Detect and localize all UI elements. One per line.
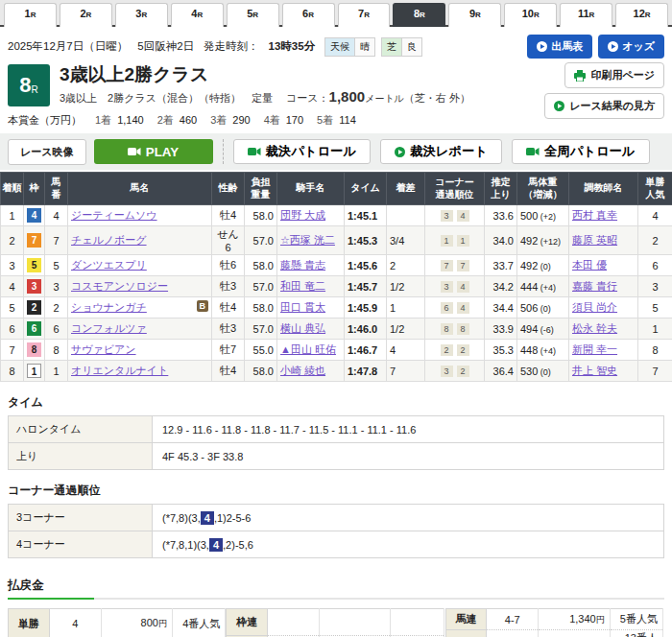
entry-table-button[interactable]: 出馬表 [527,35,592,59]
jockey-cell: 田口 貫太 [277,297,345,318]
race-tab-5r[interactable]: 5R [227,3,279,27]
race-tab-3r[interactable]: 3R [115,3,168,27]
race-tab-8r[interactable]: 8R [393,3,445,27]
horse-number: 1 [45,361,68,382]
odds-button[interactable]: オッズ [598,35,664,59]
race-tab-7r[interactable]: 7R [338,3,391,27]
win-popularity: 2 [638,226,672,255]
jockey-link[interactable]: 横山 典弘 [280,322,325,334]
corner3-value: (*7,8)(3,4,1)2-5-6 [153,505,664,531]
trainer-link[interactable]: 松永 幹夫 [572,322,617,334]
horse-link[interactable]: サヴァビアン [71,343,136,355]
race-tab-4r[interactable]: 4R [171,3,224,27]
carried-weight: 58.0 [245,297,277,318]
corner-positions: 22 [425,340,485,361]
video-camera-icon [248,147,261,156]
jockey-cell: 和田 竜二 [277,276,345,297]
body-weight: 494 (-6) [517,318,569,340]
course-label: コース： [286,92,329,104]
trainer-link[interactable]: 藤原 英昭 [572,234,617,246]
result-row: 811オリエンタルナイト牡458.0小崎 綾也1:47.873236.4530 … [1,361,672,382]
jockey-link[interactable]: 藤懸 貴志 [280,259,325,271]
stewards-patrol-button[interactable]: 裁決パトロール [233,139,372,164]
prize-place: 3着 [210,114,227,126]
trainer-link[interactable]: 新開 幸一 [572,343,617,355]
trainer-link[interactable]: 西村 真幸 [572,209,617,221]
results-header-cell: 馬 番 [45,173,68,205]
jockey-link[interactable]: 小崎 綾也 [280,365,325,376]
body-weight: 444 (+4) [517,276,569,297]
trainer-link[interactable]: 嘉藤 貴行 [572,280,617,292]
play-circle-icon [537,41,547,52]
results-header-cell: 騎手名 [277,173,345,205]
stewards-report-button[interactable]: 裁決レポート [380,139,502,164]
horse-link[interactable]: ダンツエスプリ [71,259,147,271]
horse-link[interactable]: コスモアンソロジー [71,280,168,292]
corner-positions: 64 [425,297,485,318]
corner-position-box: 1 [441,235,453,247]
horse-link[interactable]: ジーティームソウ [71,209,157,221]
race-number: 8 [19,73,31,98]
video-camera-icon [526,147,540,156]
jockey-link[interactable]: ☆西塚 洸二 [280,234,335,246]
jockey-link[interactable]: 田口 貫太 [280,301,325,313]
print-page-button[interactable]: 印刷用ページ [564,62,664,88]
race-tab-2r[interactable]: 2R [60,3,112,27]
race-tab-1r[interactable]: 1R [4,3,57,27]
corner-position-box: 8 [441,323,453,335]
payout-title: 払戻金 [8,578,664,594]
entry-table-label: 出馬表 [551,39,583,54]
last-3f: 34.4 [485,297,517,318]
horse-name-cell: コスモアンソロジー [68,276,212,297]
howto-read-button[interactable]: レース結果の見方 [544,93,664,119]
corner-position-box: 4 [457,302,469,314]
result-row: 788サヴァビアン牡755.0▲田山 旺佑1:46.742235.3448 (+… [1,340,672,361]
prize-amount: 114 [339,114,356,126]
results-header-cell: 馬体重 （増減） [517,173,569,205]
race-tab-suffix: R [31,11,36,19]
race-tab-11r[interactable]: 11R [560,3,612,27]
win-popularity: 8 [638,340,672,361]
printer-icon [574,70,586,82]
play-button[interactable]: PLAY [94,139,213,164]
horse-number: 6 [45,318,68,340]
winner-highlight: 4 [209,538,223,552]
payout-row: 単勝4800円4番人気 [9,609,226,637]
result-row: 277チェルノボーグせん657.0☆西塚 洸二1:45.33/41134.049… [1,226,672,255]
horse-link[interactable]: オリエンタルナイト [71,365,168,376]
race-tab-9r[interactable]: 9R [448,3,501,27]
body-weight-diff: (-6) [538,325,554,335]
horse-name-cell: コンフォルツァ [68,318,212,340]
trainer-link[interactable]: 本田 優 [572,259,607,271]
results-header-cell: 性齢 [212,173,245,205]
jockey-link[interactable]: 団野 大成 [280,209,325,221]
results-header-cell: 枠 [24,173,45,205]
all-round-patrol-button[interactable]: 全周パトロール [512,139,650,164]
yen-suffix: 円 [596,615,605,625]
trainer-link[interactable]: 井上 智史 [572,365,617,376]
jockey-link[interactable]: 和田 竜二 [280,280,325,292]
sex-age: 牡3 [212,276,245,297]
race-tab-number: 12 [634,8,645,19]
corner-position-box: 7 [457,260,469,271]
trainer-cell: 嘉藤 貴行 [569,276,638,297]
finish-position: 4 [1,276,24,297]
divider [223,139,224,164]
horse-link[interactable]: チェルノボーグ [71,234,147,246]
race-tab-6r[interactable]: 6R [282,3,335,27]
jockey-link[interactable]: ▲田山 旺佑 [280,343,336,355]
horse-link[interactable]: コンフォルツァ [71,322,147,334]
last-3f: 36.4 [485,361,517,382]
race-tab-12r[interactable]: 12R [615,3,668,27]
trainer-link[interactable]: 須貝 尚介 [572,301,617,313]
finish-time: 1:45.9 [345,297,387,318]
play-circle-icon [608,41,618,52]
play-label: PLAY [146,145,179,159]
race-tab-10r[interactable]: 10R [504,3,557,27]
last-3f: 33.7 [485,255,517,276]
frame-badge: 2 [27,300,41,315]
results-header-cell: 推定 上り [485,173,517,205]
margin: 4 [387,340,425,361]
payout-section: 払戻金 単勝4800円4番人気複勝4200円3番人気7160円2番人気5360円… [8,578,664,637]
horse-link[interactable]: ショウナンガチ [71,301,147,313]
